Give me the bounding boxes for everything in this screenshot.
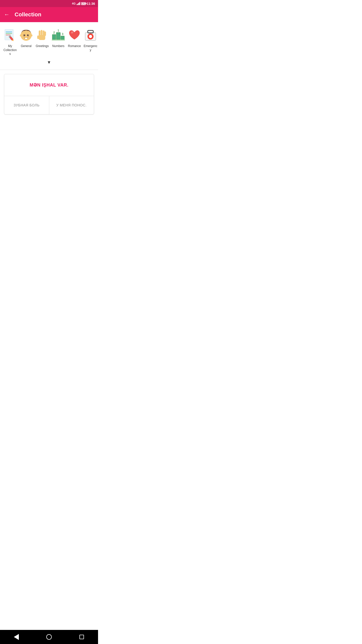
svg-point-11: [27, 34, 29, 36]
svg-text:2: 2: [53, 31, 55, 34]
general-label: General: [21, 44, 32, 48]
greetings-label: Greetings: [36, 44, 49, 48]
category-item-my-collections[interactable]: My Collections: [2, 26, 18, 57]
emergency-label: Emergency: [83, 44, 98, 52]
status-bar: 4G + 11:36: [0, 0, 98, 7]
category-item-greetings[interactable]: Greetings: [34, 26, 50, 49]
category-item-emergency[interactable]: Emergency: [82, 26, 98, 53]
my-collections-icon: [2, 27, 18, 43]
greetings-icon: [34, 27, 50, 43]
card-top[interactable]: MƏN IŞHAL VAR.: [4, 74, 94, 96]
svg-point-16: [27, 37, 28, 37]
signal-icon: [77, 2, 80, 5]
svg-point-17: [28, 36, 29, 37]
status-icons: 4G + 11:36: [72, 2, 95, 6]
back-button[interactable]: ←: [4, 11, 10, 18]
svg-point-15: [24, 37, 25, 37]
svg-rect-21: [39, 30, 40, 36]
category-row: My Collections: [0, 26, 98, 57]
section-divider: [0, 70, 98, 70]
svg-text:3: 3: [62, 33, 63, 35]
app-bar: ← Collection: [0, 7, 98, 22]
svg-point-13: [28, 35, 28, 35]
svg-rect-29: [61, 36, 64, 39]
my-collections-label: My Collections: [3, 44, 17, 56]
category-item-numbers[interactable]: 2 1 3 Numbers: [50, 26, 66, 49]
svg-rect-27: [56, 32, 60, 39]
emergency-icon: [82, 27, 98, 43]
svg-point-9: [31, 34, 32, 36]
svg-point-8: [20, 34, 21, 36]
card-bottom: ЗУБНАЯ БОЛЬ У МЕНЯ ПОНОС.: [4, 96, 94, 114]
page-title: Collection: [15, 11, 41, 18]
svg-rect-20: [37, 35, 39, 39]
svg-point-10: [24, 34, 25, 36]
svg-rect-25: [52, 34, 56, 39]
category-item-general[interactable]: General: [18, 26, 34, 49]
numbers-icon: 2 1 3: [50, 27, 66, 43]
svg-point-14: [23, 36, 24, 37]
svg-rect-34: [88, 30, 93, 33]
svg-rect-23: [43, 30, 44, 36]
translation-left[interactable]: ЗУБНАЯ БОЛЬ: [4, 96, 49, 114]
chevron-row[interactable]: ▾: [0, 57, 98, 68]
phrase-card: MƏN IŞHAL VAR. ЗУБНАЯ БОЛЬ У МЕНЯ ПОНОС.: [4, 74, 94, 114]
signal-label: 4G: [72, 2, 76, 5]
category-item-romance[interactable]: Romance: [66, 26, 82, 49]
general-icon: [18, 27, 34, 43]
svg-rect-18: [25, 38, 27, 39]
romance-label: Romance: [68, 44, 81, 48]
category-section: My Collections: [0, 22, 98, 70]
phrase-main: MƏN IŞHAL VAR.: [30, 83, 68, 88]
svg-rect-24: [44, 31, 46, 36]
numbers-label: Numbers: [52, 44, 65, 48]
clock: 11:36: [87, 2, 95, 6]
battery-icon: +: [81, 2, 86, 5]
svg-text:1: 1: [58, 29, 59, 32]
svg-rect-22: [41, 30, 42, 35]
svg-point-12: [24, 35, 25, 35]
romance-icon: [66, 27, 82, 43]
svg-rect-31: [52, 39, 65, 41]
chevron-down-icon[interactable]: ▾: [48, 59, 50, 65]
svg-rect-37: [89, 35, 92, 37]
translation-right[interactable]: У МЕНЯ ПОНОС.: [49, 96, 94, 114]
